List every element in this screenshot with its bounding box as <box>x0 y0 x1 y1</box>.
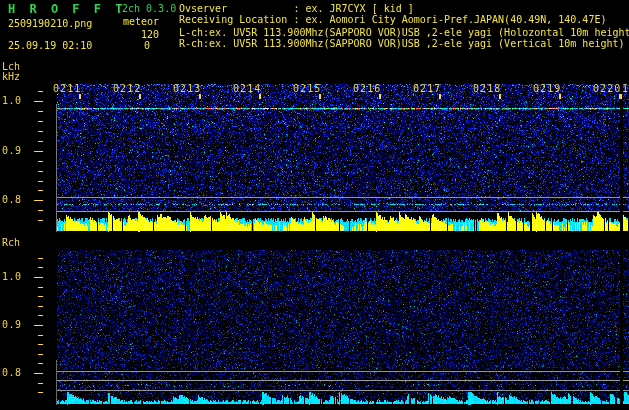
time-label-0218: 0218 <box>473 84 501 94</box>
lch-freq-label-1.0: 1.0 <box>2 96 22 106</box>
observer-line: Ovserver : ex. JR7CYX [ kid ] <box>179 4 414 14</box>
time-label-0211: 0211 <box>53 84 81 94</box>
rch-freq-label-0.9: 0.9 <box>2 320 22 330</box>
time-label-0217: 0217 <box>413 84 441 94</box>
time-label-0214: 0214 <box>233 84 261 94</box>
hrofft-app-window: H R O F F T 2ch 0.3.0 2509190210.png met… <box>0 0 629 410</box>
app-title: H R O F F T <box>8 3 126 15</box>
rch-freq-label-0.8: 0.8 <box>2 368 22 378</box>
output-filename: 2509190210.png <box>8 19 92 29</box>
counter-top: 120 <box>141 30 159 40</box>
rch-freq-label-1.0: 1.0 <box>2 272 22 282</box>
rch-config-line: R-ch:ex. UV5R 113.900Mhz(SAPPORO VOR)USB… <box>179 39 625 49</box>
time-label-0212: 0212 <box>113 84 141 94</box>
datetime-label: 25.09.19 02:10 <box>8 41 92 51</box>
spectrogram-canvas <box>0 0 629 410</box>
time-label-0213: 0213 <box>173 84 201 94</box>
time-label-0216: 0216 <box>353 84 381 94</box>
time-label-edge-fragment: 10 <box>622 84 629 94</box>
khz-unit-label: kHz <box>2 72 20 82</box>
counter-bottom: 0 <box>144 41 150 51</box>
rch-channel-label: Rch <box>2 238 20 248</box>
time-label-0220: 0220 <box>593 84 621 94</box>
app-version: 2ch 0.3.0 <box>122 4 176 14</box>
time-label-0219: 0219 <box>533 84 561 94</box>
lch-freq-label-0.8: 0.8 <box>2 195 22 205</box>
lch-config-line: L-ch:ex. UV5R 113.900Mhz(SAPPORO VOR)USB… <box>179 28 629 38</box>
time-label-0215: 0215 <box>293 84 321 94</box>
lch-freq-label-0.9: 0.9 <box>2 146 22 156</box>
location-line: Receiving Location : ex. Aomori City Aom… <box>179 15 606 25</box>
mode-label: meteor <box>123 17 159 27</box>
